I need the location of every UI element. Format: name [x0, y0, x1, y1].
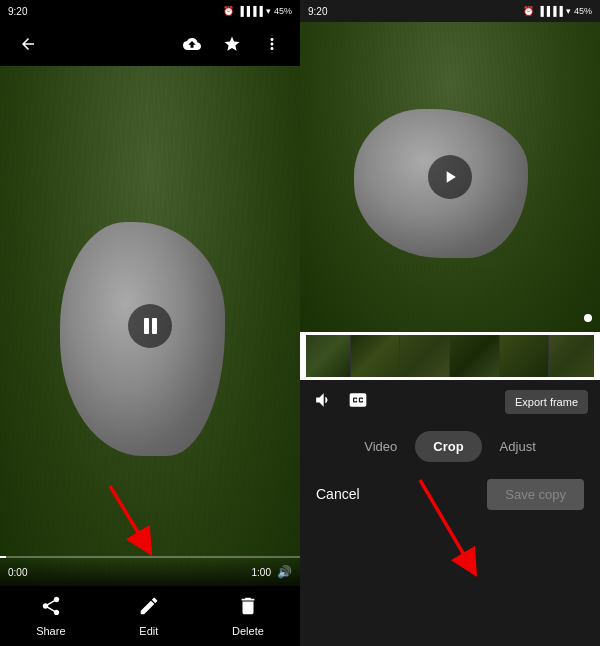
video-area-right[interactable]: [300, 22, 600, 332]
edit-button[interactable]: Edit: [138, 595, 160, 637]
export-frame-button[interactable]: Export frame: [505, 390, 588, 414]
filmstrip-cell-3: [400, 333, 450, 379]
save-copy-button[interactable]: Save copy: [487, 479, 584, 510]
pause-bar-1: [144, 318, 149, 334]
video-area-left[interactable]: 0:00 1:00 🔊: [0, 66, 300, 586]
cancel-button[interactable]: Cancel: [316, 486, 360, 502]
alarm-icon: ⏰: [223, 6, 234, 16]
tab-video[interactable]: Video: [346, 431, 415, 462]
time-left: 9:20: [8, 6, 27, 17]
filmstrip[interactable]: [300, 332, 600, 380]
filmstrip-cell-6: [549, 333, 599, 379]
time-start: 0:00: [8, 567, 27, 578]
battery-label: 45%: [274, 6, 292, 16]
filmstrip-border-top: [300, 332, 600, 335]
cloud-upload-icon[interactable]: [176, 28, 208, 60]
trim-handle-dot: [584, 314, 592, 322]
bottom-bar-left: Share Edit Delete: [0, 586, 300, 646]
status-icons-left: ⏰ ▐▐▐▐ ▾ 45%: [223, 6, 292, 16]
top-toolbar-left: [0, 22, 300, 66]
edit-label: Edit: [139, 625, 158, 637]
pause-bar-2: [152, 318, 157, 334]
battery-label-r: 45%: [574, 6, 592, 16]
caption-icon[interactable]: [348, 390, 368, 415]
filmstrip-right-handle[interactable]: [594, 332, 600, 380]
tab-bar: Video Crop Adjust: [300, 424, 600, 468]
signal-icon: ▐▐▐▐: [237, 6, 263, 16]
delete-label: Delete: [232, 625, 264, 637]
controls-left: [312, 390, 368, 415]
wifi-icon-r: ▾: [566, 6, 571, 16]
edit-icon: [138, 595, 160, 622]
star-icon[interactable]: [216, 28, 248, 60]
time-end: 1:00: [252, 567, 271, 578]
time-right: 9:20: [308, 6, 327, 17]
share-label: Share: [36, 625, 65, 637]
left-panel: 9:20 ⏰ ▐▐▐▐ ▾ 45%: [0, 0, 300, 646]
filmstrip-border-bottom: [300, 377, 600, 380]
right-panel: 9:20 ⏰ ▐▐▐▐ ▾ 45%: [300, 0, 600, 646]
controls-row: Export frame: [300, 380, 600, 424]
filmstrip-cell-4: [450, 333, 500, 379]
more-vert-icon[interactable]: [256, 28, 288, 60]
volume-icon[interactable]: 🔊: [277, 565, 292, 579]
time-bar-right: 1:00 🔊: [252, 565, 292, 579]
pause-button[interactable]: [128, 304, 172, 348]
play-icon: [440, 167, 460, 187]
filmstrip-cell-1: [301, 333, 351, 379]
bottom-action-row: Cancel Save copy: [300, 468, 600, 520]
tab-adjust[interactable]: Adjust: [482, 431, 554, 462]
delete-button[interactable]: Delete: [232, 595, 264, 637]
delete-icon: [237, 595, 259, 622]
status-time-left: 9:20: [8, 6, 27, 17]
filmstrip-wrapper: [300, 332, 600, 380]
status-time-right: 9:20: [308, 6, 327, 17]
status-icons-right: ⏰ ▐▐▐▐ ▾ 45%: [523, 6, 592, 16]
time-bar: 0:00 1:00 🔊: [0, 558, 300, 586]
tab-crop[interactable]: Crop: [415, 431, 481, 462]
toolbar-icons-right: [176, 28, 288, 60]
play-button-right[interactable]: [428, 155, 472, 199]
filmstrip-cell-2: [351, 333, 401, 379]
alarm-icon-r: ⏰: [523, 6, 534, 16]
wifi-icon: ▾: [266, 6, 271, 16]
filmstrip-cell-5: [500, 333, 550, 379]
share-icon: [40, 595, 62, 622]
status-bar-right: 9:20 ⏰ ▐▐▐▐ ▾ 45%: [300, 0, 600, 22]
share-button[interactable]: Share: [36, 595, 65, 637]
status-bar-left: 9:20 ⏰ ▐▐▐▐ ▾ 45%: [0, 0, 300, 22]
back-button[interactable]: [12, 28, 44, 60]
filmstrip-left-handle[interactable]: [300, 332, 306, 380]
volume-ctrl-icon[interactable]: [312, 390, 332, 415]
signal-icon-r: ▐▐▐▐: [537, 6, 563, 16]
